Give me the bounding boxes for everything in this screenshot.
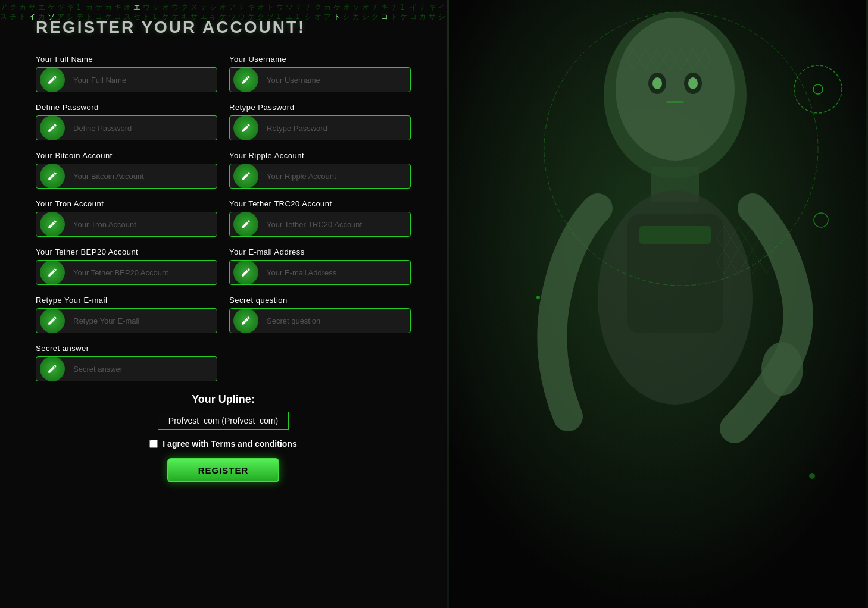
edit-icon-2 xyxy=(241,74,251,85)
svg-rect-10 xyxy=(666,101,684,103)
define-password-label: Define Password xyxy=(36,103,217,112)
edit-icon-11 xyxy=(47,315,58,326)
edit-icon-9 xyxy=(47,267,58,278)
upline-section: Your Upline: Profvest_com (Profvest_com) xyxy=(36,393,411,430)
secret-answer-group: Secret answer xyxy=(36,344,217,381)
retype-password-icon-btn[interactable] xyxy=(233,115,258,140)
email-label: Your E-mail Address xyxy=(229,247,411,256)
robot-side xyxy=(447,0,868,608)
ripple-icon-btn[interactable] xyxy=(233,164,258,189)
ripple-group: Your Ripple Account xyxy=(229,151,411,189)
secret-answer-input[interactable] xyxy=(68,357,217,381)
secret-question-wrapper xyxy=(229,308,411,333)
bitcoin-icon-btn[interactable] xyxy=(40,164,65,189)
tether-trc20-wrapper xyxy=(229,212,411,237)
form-row-5: Your Tether BEP20 Account Your E-mail Ad… xyxy=(36,247,411,285)
retype-password-input[interactable] xyxy=(262,116,410,140)
edit-icon-8 xyxy=(241,219,251,230)
retype-email-wrapper xyxy=(36,308,217,333)
full-name-group: Your Full Name xyxy=(36,55,217,92)
full-name-wrapper xyxy=(36,67,217,92)
username-group: Your Username xyxy=(229,55,411,92)
form-row-3: Your Bitcoin Account Your Ripple Account xyxy=(36,151,411,189)
bitcoin-label: Your Bitcoin Account xyxy=(36,151,217,160)
retype-email-input[interactable] xyxy=(68,309,217,333)
tether-trc20-input[interactable] xyxy=(262,212,410,236)
tether-bep20-group: Your Tether BEP20 Account xyxy=(36,247,217,285)
edit-icon-10 xyxy=(241,267,251,278)
secret-answer-label: Secret answer xyxy=(36,344,217,353)
email-input[interactable] xyxy=(262,261,410,284)
tron-label: Your Tron Account xyxy=(36,199,217,208)
edit-icon-12 xyxy=(241,315,251,326)
email-icon-btn[interactable] xyxy=(233,260,258,285)
terms-checkbox[interactable] xyxy=(149,440,158,448)
upline-value: Profvest_com (Profvest_com) xyxy=(158,412,289,430)
form-row-1: Your Full Name Your Username xyxy=(36,55,411,92)
username-wrapper xyxy=(229,67,411,92)
svg-rect-14 xyxy=(639,226,711,244)
retype-password-group: Retype Password xyxy=(229,103,411,140)
retype-password-label: Retype Password xyxy=(229,103,411,112)
tether-bep20-input[interactable] xyxy=(68,261,217,284)
bitcoin-input[interactable] xyxy=(68,164,217,188)
page-title: REGISTER YOUR ACCOUNT! xyxy=(36,18,411,37)
terms-label: I agree with Terms and conditions xyxy=(163,439,296,449)
username-icon-btn[interactable] xyxy=(233,67,258,92)
svg-point-8 xyxy=(652,77,662,89)
form-container: REGISTER YOUR ACCOUNT! Your Full Name Yo… xyxy=(0,0,447,608)
tether-bep20-label: Your Tether BEP20 Account xyxy=(36,247,217,256)
email-wrapper xyxy=(229,260,411,285)
svg-point-17 xyxy=(536,296,540,299)
form-row-2: Define Password Retype Password xyxy=(36,103,411,140)
define-password-wrapper xyxy=(36,115,217,140)
retype-email-label: Retype Your E-mail xyxy=(36,296,217,305)
bitcoin-group: Your Bitcoin Account xyxy=(36,151,217,189)
secret-answer-icon-btn[interactable] xyxy=(40,356,65,381)
retype-email-icon-btn[interactable] xyxy=(40,308,65,333)
edit-icon-3 xyxy=(47,123,58,133)
retype-password-wrapper xyxy=(229,115,411,140)
secret-question-group: Secret question xyxy=(229,296,411,333)
define-password-icon-btn[interactable] xyxy=(40,115,65,140)
define-password-group: Define Password xyxy=(36,103,217,140)
tron-group: Your Tron Account xyxy=(36,199,217,237)
full-name-icon-btn[interactable] xyxy=(40,67,65,92)
register-button[interactable]: Register xyxy=(167,458,280,482)
secret-question-label: Secret question xyxy=(229,296,411,305)
robot-image xyxy=(447,0,868,608)
edit-icon-7 xyxy=(47,219,58,230)
tether-bep20-icon-btn[interactable] xyxy=(40,260,65,285)
ripple-label: Your Ripple Account xyxy=(229,151,411,160)
tether-bep20-wrapper xyxy=(36,260,217,285)
form-row-6: Retype Your E-mail Secret question xyxy=(36,296,411,333)
tron-input[interactable] xyxy=(68,212,217,236)
terms-row: I agree with Terms and conditions xyxy=(36,439,411,449)
tron-wrapper xyxy=(36,212,217,237)
edit-icon xyxy=(47,74,58,85)
secret-question-input[interactable] xyxy=(262,309,410,333)
tether-trc20-label: Your Tether TRC20 Account xyxy=(229,199,411,208)
retype-email-group: Retype Your E-mail xyxy=(36,296,217,333)
tron-icon-btn[interactable] xyxy=(40,212,65,237)
ripple-input[interactable] xyxy=(262,164,410,188)
username-input[interactable] xyxy=(262,68,410,92)
define-password-input[interactable] xyxy=(68,116,217,140)
username-label: Your Username xyxy=(229,55,411,64)
edit-icon-5 xyxy=(47,171,58,181)
email-group: Your E-mail Address xyxy=(229,247,411,285)
svg-point-9 xyxy=(688,77,698,89)
edit-icon-4 xyxy=(241,123,251,133)
ripple-wrapper xyxy=(229,164,411,189)
tether-trc20-icon-btn[interactable] xyxy=(233,212,258,237)
edit-icon-13 xyxy=(47,363,58,374)
form-row-4: Your Tron Account Your Tether TRC20 Acco… xyxy=(36,199,411,237)
svg-point-15 xyxy=(761,342,803,396)
secret-question-icon-btn[interactable] xyxy=(233,308,258,333)
robot-svg xyxy=(447,0,868,608)
edit-icon-6 xyxy=(241,171,251,181)
full-name-input[interactable] xyxy=(68,68,217,92)
svg-point-5 xyxy=(616,18,735,161)
secret-answer-wrapper xyxy=(36,356,217,381)
full-name-label: Your Full Name xyxy=(36,55,217,64)
